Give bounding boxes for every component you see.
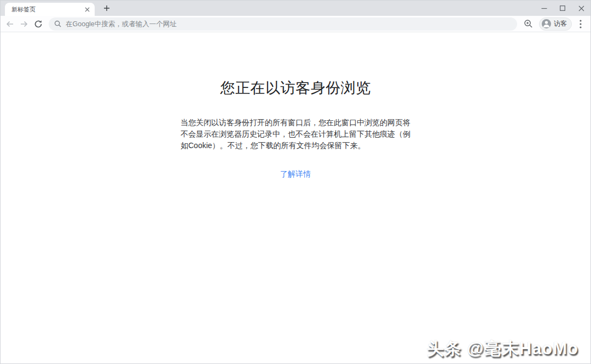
tab-title: 新标签页 bbox=[11, 5, 83, 14]
search-icon bbox=[54, 20, 61, 27]
watermark-text: 头条 @毫末HaoMo bbox=[427, 337, 578, 360]
learn-more-link[interactable]: 了解详情 bbox=[280, 169, 311, 179]
guest-avatar-icon bbox=[542, 19, 551, 28]
back-arrow-icon bbox=[5, 20, 14, 28]
close-icon bbox=[578, 5, 584, 11]
minimize-button[interactable] bbox=[535, 1, 553, 16]
profile-label: 访客 bbox=[554, 19, 569, 28]
profile-chip-guest[interactable]: 访客 bbox=[539, 17, 572, 31]
close-icon bbox=[85, 7, 90, 12]
zoom-button[interactable] bbox=[522, 17, 535, 31]
guest-description-text: 当您关闭以访客身份打开的所有窗口后，您在此窗口中浏览的网页将 不会显示在浏览器历… bbox=[181, 117, 410, 151]
maximize-icon bbox=[560, 5, 565, 11]
new-tab-button[interactable] bbox=[100, 2, 113, 15]
reload-icon bbox=[34, 20, 43, 28]
minimize-icon bbox=[541, 5, 547, 11]
forward-button[interactable] bbox=[17, 17, 31, 31]
forward-arrow-icon bbox=[20, 20, 28, 28]
back-button[interactable] bbox=[3, 17, 17, 31]
tab-new-tab-page[interactable]: 新标签页 bbox=[5, 3, 95, 16]
close-button[interactable] bbox=[572, 1, 590, 16]
tab-close-button[interactable] bbox=[83, 5, 91, 14]
reload-button[interactable] bbox=[31, 17, 45, 31]
window-controls bbox=[535, 1, 590, 16]
address-input[interactable] bbox=[66, 20, 512, 28]
address-bar[interactable] bbox=[49, 17, 517, 31]
tab-strip: 新标签页 bbox=[1, 1, 590, 16]
guest-page-content: 您正在以访客身份浏览 当您关闭以访客身份打开的所有窗口后，您在此窗口中浏览的网页… bbox=[1, 32, 590, 363]
browser-window: 新标签页 bbox=[0, 0, 591, 364]
page-title: 您正在以访客身份浏览 bbox=[1, 78, 590, 98]
plus-icon bbox=[103, 5, 110, 11]
maximize-button[interactable] bbox=[553, 1, 572, 16]
magnifier-plus-icon bbox=[524, 19, 533, 28]
three-dots-icon bbox=[580, 20, 582, 28]
browser-toolbar: 访客 bbox=[1, 16, 590, 32]
browser-menu-button[interactable] bbox=[575, 17, 586, 31]
